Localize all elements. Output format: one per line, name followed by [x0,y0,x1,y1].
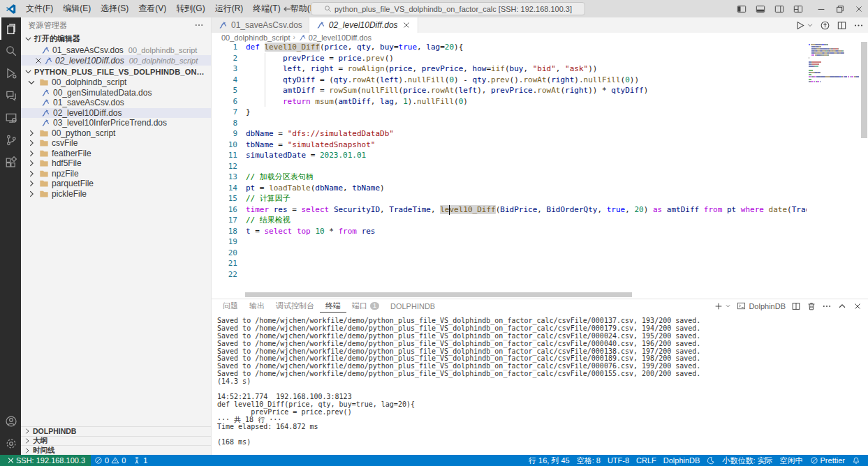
customize-layout-icon[interactable] [793,4,803,14]
horizontal-scrollbar[interactable] [245,292,632,297]
menu-item-0[interactable]: 文件(F) [21,0,58,17]
tree-item-hdf5File[interactable]: hdf5File [21,158,211,169]
panel-tab-DOLPHINDB[interactable]: DOLPHINDB [385,299,441,313]
maximize-panel-icon[interactable] [837,301,847,311]
panel-tab-调试控制台[interactable]: 调试控制台 [270,299,320,313]
activity-item-run-debug[interactable] [0,62,21,84]
activity-item-source-control[interactable] [0,129,21,151]
panel-tab-输出[interactable]: 输出 [244,299,270,313]
sidebar-section-2[interactable]: 时间线 [21,445,211,455]
split-editor-icon[interactable] [837,20,847,31]
activity-bar [0,17,21,455]
menu-item-6[interactable]: 终端(T) [248,0,285,17]
editor-more-actions-icon[interactable] [853,20,864,31]
minimap-line [809,83,859,84]
vertical-scrollbar[interactable] [861,42,867,138]
tree-item-npzFile[interactable]: npzFile [21,169,211,179]
code-line-17: 17// 结果检视 [212,215,807,226]
activity-item-remote-explorer[interactable] [0,107,21,129]
tree-item-pickleFile[interactable]: pickleFile [21,189,211,200]
sidebar-section-0[interactable]: DOLPHINDB [21,426,211,436]
language-mode-status[interactable]: DolphinDB [660,455,704,466]
tree-item-00_dolphindb_script[interactable]: 00_dolphindb_script [21,77,211,88]
minimize-window-icon[interactable] [816,4,826,14]
toggle-secondary-sidebar-icon[interactable] [774,4,784,14]
panel-tab-终端[interactable]: 终端 [320,299,346,313]
idle-status[interactable]: 空闲中 [777,455,807,466]
activity-item-files[interactable] [0,17,21,40]
tree-item-00_genSimulatedData.dos[interactable]: 00_genSimulatedData.dos [21,88,211,98]
dolphindb-connection-status[interactable] [703,455,719,466]
explorer-more-actions-icon[interactable] [194,20,204,30]
menu-item-1[interactable]: 编辑(E) [58,0,96,17]
command-center-search[interactable]: python_plus_file_VS_dolphindb_on_factor_… [311,2,585,15]
panel-tab-问题[interactable]: 问题 [217,299,244,313]
problems-status[interactable]: 0 0 [91,455,129,466]
activity-item-settings-gear[interactable] [0,433,21,455]
activity-item-search[interactable] [0,40,21,62]
line-number: 12 [212,161,237,172]
panel-tab-badge: 1 [370,302,379,310]
activity-item-comments[interactable] [0,84,21,107]
tree-item-03_level10InferPriceTrend.dos[interactable]: 03_level10InferPriceTrend.dos [21,118,211,128]
close-panel-icon[interactable] [853,301,862,311]
upload-sync-icon[interactable] [820,20,830,31]
split-terminal-icon[interactable] [791,301,801,311]
decimals-status[interactable]: 小数位数: 实际 [719,455,776,466]
tree-item-02_level10Diff.dos[interactable]: 02_level10Diff.dos [21,108,211,119]
open-editor-item[interactable]: 01_saveAsCsv.dos00_dolphindb_script [21,45,211,55]
panel-tab-端口[interactable]: 端口1 [346,299,385,313]
code-editor[interactable]: 1def level10_Diff(price, qty, buy=true, … [212,42,868,299]
close-window-icon[interactable] [854,4,864,14]
tree-item-csvFile[interactable]: csvFile [21,138,211,149]
restore-window-icon[interactable] [835,4,845,14]
activity-item-account[interactable] [0,410,21,433]
breadcrumb-folder[interactable]: 00_dolphindb_script [221,33,290,42]
toggle-sidebar-icon[interactable] [737,4,746,14]
menu-item-2[interactable]: 选择(S) [96,0,133,17]
minimap[interactable] [809,44,859,91]
indentation-status[interactable]: 空格: 8 [573,455,604,466]
tree-item-label: 01_saveAsCsv.dos [53,98,124,107]
menu-item-3[interactable]: 查看(V) [133,0,171,17]
editor-tab-02_level10Diff.dos[interactable]: 02_level10Diff.dos [309,17,418,33]
chevron-right-icon [27,138,36,148]
tab-label: 01_saveAsCsv.dos [231,20,302,30]
open-editors-header[interactable]: 打开的编辑器 [21,33,211,45]
tree-item-parquetFile[interactable]: parquetFile [21,179,211,189]
menu-item-4[interactable]: 转到(G) [171,0,209,17]
prettier-status[interactable]: Prettier [807,455,848,466]
open-editor-item[interactable]: 02_level10Diff.dos00_dolphindb_script [21,55,211,66]
navigate-back-icon[interactable] [282,4,292,14]
terminal-dropdown-chevron-icon[interactable] [725,303,731,309]
toggle-panel-icon[interactable] [756,4,765,14]
panel-more-actions-icon[interactable] [822,301,832,311]
new-terminal-icon[interactable] [714,301,723,311]
close-tab-icon[interactable] [402,20,411,30]
eol-status[interactable]: CRLF [633,455,660,466]
project-root-header[interactable]: PYTHON_PLUS_FILE_VS_DOLPHINDB_ON_FACTOR_… [21,66,211,77]
tree-item-01_saveAsCsv.dos[interactable]: 01_saveAsCsv.dos [21,98,211,108]
encoding-status[interactable]: UTF-8 [604,455,633,466]
cursor-position-status[interactable]: 行 16, 列 45 [525,455,573,466]
tree-item-00_python_script[interactable]: 00_python_script [21,128,211,139]
terminal-instance-selector[interactable]: DolphinDB [737,301,786,310]
chevron-right-icon [27,158,36,168]
breadcrumb-file[interactable]: 02_level10Diff.dos [309,33,372,42]
code-line-15: 15// 计算因子 [212,193,807,204]
kill-terminal-icon[interactable] [807,301,816,311]
menu-item-5[interactable]: 运行(R) [210,0,249,17]
sidebar-section-1[interactable]: 大纲 [21,436,211,446]
navigate-forward-icon[interactable] [299,4,309,14]
notifications-bell[interactable] [848,455,864,466]
editor-tab-01_saveAsCsv.dos[interactable]: 01_saveAsCsv.dos [212,17,309,33]
run-file-icon[interactable] [795,20,805,31]
activity-item-extensions[interactable] [0,151,21,174]
ports-status[interactable]: 1 [129,455,151,466]
tree-item-featherFile[interactable]: featherFile [21,149,211,159]
close-editor-icon[interactable] [34,56,43,66]
run-dropdown-chevron-icon[interactable] [807,22,814,29]
minimap-line [809,70,859,71]
terminal-output[interactable]: Saved to /home/wjchen/workfile/demo/pyth… [212,313,868,455]
remote-indicator[interactable]: SSH: 192.168.100.3 [0,455,91,466]
